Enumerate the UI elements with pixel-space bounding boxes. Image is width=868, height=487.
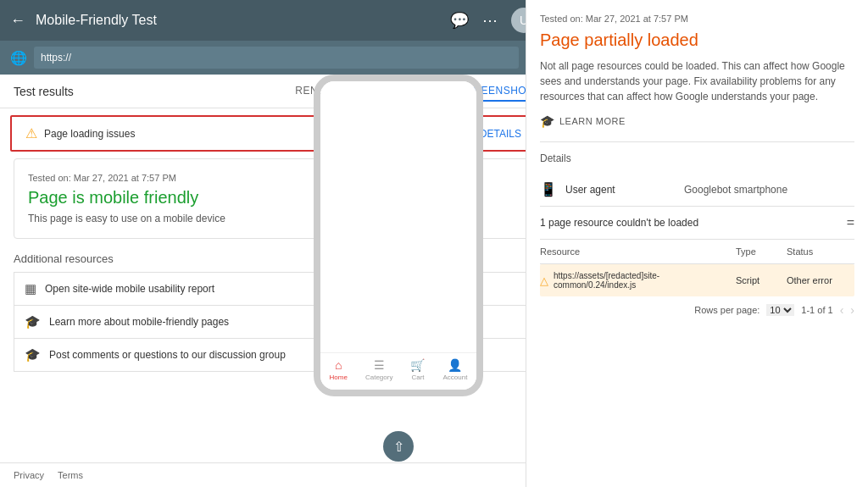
resource-header: 1 page resource couldn't be loaded =	[540, 207, 854, 240]
rp-date: Tested on: Mar 27, 2021 at 7:57 PM	[540, 14, 854, 24]
col-resource: Resource	[540, 246, 736, 257]
user-agent-label: User agent	[565, 184, 676, 196]
rows-per-page-label: Rows per page:	[694, 305, 760, 315]
panel-divider	[540, 141, 854, 142]
phone-nav-home[interactable]: ⌂ Home	[330, 358, 348, 381]
resource-label-1: Learn more about mobile-friendly pages	[49, 316, 229, 328]
user-agent-value: Googlebot smartphone	[684, 184, 787, 196]
page-title: Mobile-Friendly Test	[36, 13, 440, 28]
share-icon: ⇧	[393, 439, 404, 455]
warning-icon: ⚠	[25, 125, 37, 141]
phone-nav-cart-label: Cart	[411, 374, 424, 381]
phone-nav-account[interactable]: 👤 Account	[443, 358, 468, 381]
learn-more-icon: 🎓	[540, 114, 554, 128]
resource-count-text: 1 page resource couldn't be loaded	[540, 217, 698, 229]
phone-nav-account-label: Account	[443, 374, 468, 381]
right-panel: Tested on: Mar 27, 2021 at 7:57 PM Page …	[526, 0, 868, 487]
pagination-range: 1-1 of 1	[801, 305, 832, 315]
back-button[interactable]: ←	[10, 12, 25, 30]
row-resource: △ https://assets/[redacted]site-common/0…	[540, 271, 736, 290]
resource-label-2: Post comments or questions to our discus…	[49, 349, 286, 361]
details-title: Details	[540, 152, 854, 164]
table-header: Resource Type Status	[540, 240, 854, 264]
cart-icon: 🛒	[410, 358, 425, 372]
pagination: Rows per page: 10 25 50 1-1 of 1 ‹ ›	[540, 296, 854, 324]
address-bar: 🌐 ↻	[0, 41, 547, 75]
row-url: https://assets/[redacted]site-common/0.2…	[554, 271, 736, 290]
grid-icon[interactable]: ⋯	[482, 11, 498, 30]
filter-icon[interactable]: =	[847, 215, 854, 230]
home-icon: ⌂	[335, 358, 342, 372]
col-type: Type	[736, 246, 787, 257]
resource-label-0: Open site-wide mobile usability report	[45, 283, 214, 295]
section-title: Test results	[14, 85, 295, 98]
toolbar: ← Mobile-Friendly Test 💬 ⋯ U	[0, 0, 547, 41]
terms-link[interactable]: Terms	[58, 470, 83, 480]
next-page-button[interactable]: ›	[850, 303, 854, 317]
table-row: △ https://assets/[redacted]site-common/0…	[540, 264, 854, 296]
category-icon: ☰	[374, 358, 385, 372]
phone-nav-category[interactable]: ☰ Category	[365, 358, 392, 381]
rp-title: Page partially loaded	[540, 30, 854, 50]
phone-nav-category-label: Category	[365, 374, 392, 381]
rows-per-page-select[interactable]: 10 25 50	[766, 304, 794, 316]
col-status: Status	[787, 246, 854, 257]
learn-more-button[interactable]: 🎓 LEARN MORE	[540, 114, 854, 128]
url-input[interactable]	[34, 47, 519, 69]
prev-page-button[interactable]: ‹	[840, 303, 844, 317]
privacy-link[interactable]: Privacy	[14, 470, 44, 480]
learn-more-label: LEARN MORE	[559, 116, 626, 126]
resource-icon-0: ▦	[25, 281, 36, 296]
row-warning-icon: △	[540, 274, 548, 287]
phone-detail-icon: 📱	[540, 181, 557, 197]
row-type: Script	[736, 275, 787, 285]
rp-description: Not all page resources could be loaded. …	[540, 58, 854, 104]
toolbar-icons: 💬 ⋯ U	[450, 8, 537, 33]
globe-icon: 🌐	[10, 50, 27, 66]
resource-icon-2: 🎓	[25, 347, 41, 362]
resource-icon-1: 🎓	[25, 314, 41, 329]
chat-icon[interactable]: 💬	[450, 11, 469, 30]
phone-preview-area: ⌂ Home ☰ Category 🛒 Cart 👤 Account ⇧	[271, 75, 526, 487]
phone-screen: ⌂ Home ☰ Category 🛒 Cart 👤 Account	[320, 81, 476, 390]
phone-nav-cart[interactable]: 🛒 Cart	[410, 358, 425, 381]
phone-frame: ⌂ Home ☰ Category 🛒 Cart 👤 Account	[314, 75, 483, 396]
account-icon: 👤	[448, 358, 462, 372]
phone-nav-home-label: Home	[330, 374, 348, 381]
share-button[interactable]: ⇧	[383, 431, 414, 462]
row-status: Other error	[787, 275, 854, 285]
phone-bottom-nav: ⌂ Home ☰ Category 🛒 Cart 👤 Account	[320, 352, 476, 383]
user-agent-row: 📱 User agent Googlebot smartphone	[540, 173, 854, 207]
